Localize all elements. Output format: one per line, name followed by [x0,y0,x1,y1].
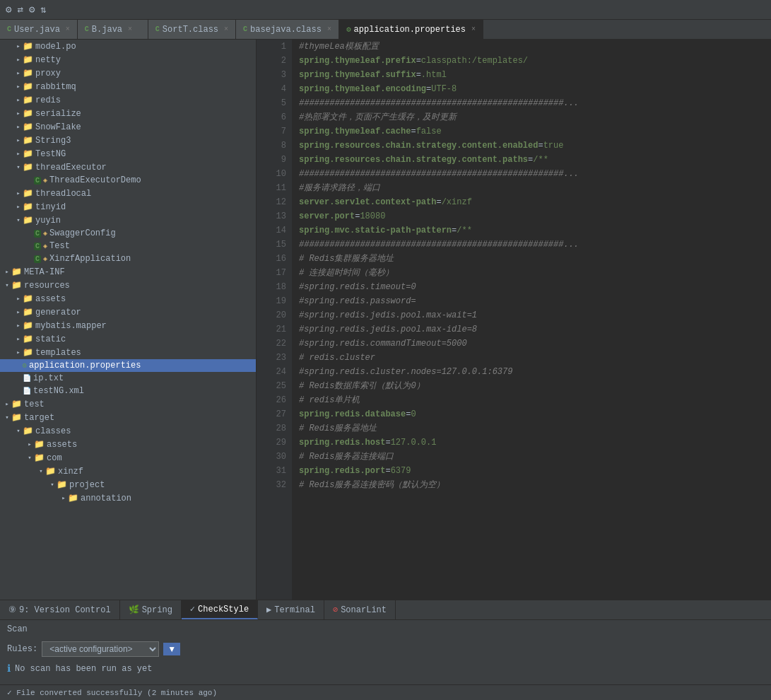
tree-item-redis[interactable]: ▸📁redis [0,93,256,107]
tab-basejava-class[interactable]: C basejava.class × [236,20,339,39]
folder-icon: 📁 [23,68,33,78]
code-line-1: #thymeLea模板配置 [299,40,771,54]
bottom-tab-spring[interactable]: 🌿 Spring [120,600,182,619]
tree-item-xinzf[interactable]: ▾📁xinzf [0,465,256,478]
tree-item-model-po[interactable]: ▸📁model.po [0,40,256,53]
tree-item-resources[interactable]: ▾📁resources [0,279,256,292]
toolbar-icon-build[interactable]: ⚙ [29,4,35,16]
tree-item-tinyid[interactable]: ▸📁tinyid [0,200,256,214]
comment-text: # Redis集群服务器地址 [299,254,394,264]
bottom-tab-checkstyle[interactable]: ✓ CheckStyle [182,600,258,619]
rules-select[interactable]: <active configuration> [42,641,159,657]
tree-item-assets[interactable]: ▸📁assets [0,438,256,451]
prop-sep: = [385,438,390,448]
sonarlint-icon: ⊘ [333,605,338,615]
editor: 1234567891011121314151617181920212223242… [257,40,771,600]
code-line-27: spring.redis.database=0 [299,407,771,421]
toolbar-icon-run[interactable]: ⇅ [40,4,46,16]
tree-item-string3[interactable]: ▸📁String3 [0,134,256,147]
tree-item-swaggerconfig[interactable]: C◈SwaggerConfig [0,227,256,240]
folder-icon: 📁 [23,334,33,344]
tree-item-mybatis-mapper[interactable]: ▸📁mybatis.mapper [0,319,256,332]
tree-item-testng[interactable]: ▸📁TestNG [0,147,256,161]
tab-icon-app-props: ⚙ [346,25,351,34]
line-number-1: 1 [257,40,292,54]
folder-arrow: ▸ [14,308,23,316]
code-line-16: # Redis集群服务器地址 [299,252,771,266]
tree-item-project[interactable]: ▾📁project [0,478,256,491]
code-line-2: spring.thymeleaf.prefix=classpath:/templ… [299,54,771,68]
line-number-21: 21 [257,322,292,337]
tree-item-yuyin[interactable]: ▾📁yuyin [0,214,256,227]
folder-icon: 📁 [23,81,33,92]
tab-close-user-java[interactable]: × [66,25,70,33]
folder-icon: 📁 [23,148,33,159]
code-line-24: #spring.redis.cluster.nodes=127.0.0.1:63… [299,365,771,379]
folder-icon: 📁 [23,135,33,146]
tab-sortt-class[interactable]: C SortT.class × [148,20,236,39]
tree-item-ip-txt[interactable]: 📄ip.txt [0,372,256,385]
bottom-tab-version-control[interactable]: ⑨ 9: Version Control [0,600,120,619]
status-bar: ✓ File converted successfully (2 minutes… [0,684,771,700]
folder-arrow: ▸ [14,349,23,356]
bottom-tab-sonarlint[interactable]: ⊘ SonarLint [324,600,396,619]
tab-user-java[interactable]: C User.java × [0,20,78,39]
toolbar-icon-sync[interactable]: ⇄ [17,4,23,16]
folder-icon: 📁 [34,439,45,450]
tree-item-test[interactable]: ▸📁test [0,397,256,411]
code-line-3: spring.thymeleaf.suffix=.html [299,68,771,82]
tree-item-threadexecutordemo[interactable]: C◈ThreadExecutorDemo [0,174,256,187]
tree-item-rabbitmq[interactable]: ▸📁rabbitmq [0,80,256,93]
tab-b-java[interactable]: C B.java × [78,20,148,39]
tab-close-basejava[interactable]: × [327,25,331,33]
tree-item-meta-inf[interactable]: ▸📁META-INF [0,265,256,279]
tree-item-testng-xml[interactable]: 📄testNG.xml [0,385,256,397]
folder-icon: 📁 [23,54,33,65]
tree-item-assets[interactable]: ▸📁assets [0,292,256,305]
folder-arrow: ▸ [25,441,34,448]
toolbar-icon-settings[interactable]: ⚙ [6,4,11,16]
tree-item-templates[interactable]: ▸📁templates [0,346,256,359]
tree-item-test[interactable]: C◈Test [0,240,256,252]
tree-item-proxy[interactable]: ▸📁proxy [0,66,256,80]
line-number-2: 2 [257,54,292,68]
tree-label: assets [35,294,66,304]
tab-application-properties[interactable]: ⚙ application.properties × [339,20,483,39]
tree-item-target[interactable]: ▾📁target [0,411,256,424]
code-line-5: ########################################… [299,96,771,110]
folder-arrow: ▸ [14,69,23,77]
line-number-19: 19 [257,294,292,308]
tree-item-threadexecutor[interactable]: ▾📁threadExecutor [0,161,256,174]
tab-close-sortt[interactable]: × [224,25,228,33]
tree-item-classes[interactable]: ▾📁classes [0,424,256,438]
tree-label: Test [49,241,70,251]
line-number-23: 23 [257,351,292,365]
prop-value: /** [533,155,548,165]
tab-close-app-props[interactable]: × [471,25,476,33]
tab-close-b-java[interactable]: × [128,25,132,33]
version-control-label: 9: Version Control [19,605,111,615]
bottom-tab-terminal[interactable]: ▶ Terminal [258,600,324,619]
tree-item-xinzfapplication[interactable]: C◈XinzfApplication [0,252,256,265]
info-icon: ℹ [7,663,11,675]
tree-item-threadlocal[interactable]: ▸📁threadlocal [0,187,256,200]
tree-label: SwaggerConfig [49,228,116,238]
prop-sep: = [436,197,441,207]
tree-item-generator[interactable]: ▸📁generator [0,305,256,319]
tree-label: serialize [35,109,81,119]
folder-arrow: ▾ [3,281,11,289]
prop-value: /** [457,226,472,235]
folder-arrow: ▸ [14,335,23,343]
tree-item-com[interactable]: ▾📁com [0,451,256,465]
tree-label: threadExecutor [35,163,107,173]
rules-dropdown-button[interactable]: ▼ [163,643,180,655]
tree-item-annotation[interactable]: ▸📁annotation [0,491,256,505]
tree-item-snowflake[interactable]: ▸📁SnowFlake [0,120,256,134]
folder-arrow: ▾ [14,216,23,224]
commented-text: #spring.redis.commandTimeout=5000 [299,339,467,349]
folder-icon: 📁 [23,347,33,358]
tree-item-serialize[interactable]: ▸📁serialize [0,107,256,120]
tree-item-static[interactable]: ▸📁static [0,332,256,346]
tree-item-netty[interactable]: ▸📁netty [0,53,256,66]
tree-item-application-properties[interactable]: ⚙application.properties [0,359,256,372]
